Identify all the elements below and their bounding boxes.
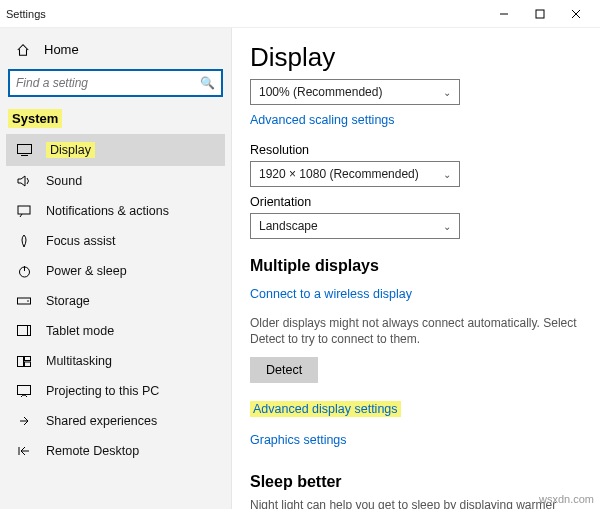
- connect-wireless-link[interactable]: Connect to a wireless display: [250, 287, 412, 301]
- resolution-label: Resolution: [250, 143, 582, 157]
- svg-rect-16: [18, 386, 31, 395]
- sidebar-item-focus[interactable]: Focus assist: [6, 226, 225, 256]
- home-icon: [16, 43, 30, 57]
- watermark: wsxdn.com: [539, 493, 594, 505]
- multiple-displays-desc: Older displays might not always connect …: [250, 315, 582, 347]
- search-input[interactable]: [16, 76, 200, 90]
- svg-rect-6: [18, 206, 30, 214]
- chevron-down-icon: ⌄: [443, 221, 451, 232]
- window-title: Settings: [6, 8, 46, 20]
- search-box[interactable]: 🔍: [8, 69, 223, 97]
- scale-value: 100% (Recommended): [259, 85, 382, 99]
- power-icon: [16, 265, 32, 278]
- sidebar-nav: Display Sound Notifications & actions Fo…: [6, 134, 225, 466]
- shared-icon: [16, 415, 32, 427]
- page-heading: Display: [250, 42, 582, 73]
- home-label: Home: [44, 42, 79, 57]
- sidebar-item-tablet[interactable]: Tablet mode: [6, 316, 225, 346]
- svg-rect-1: [536, 10, 544, 18]
- sidebar-label: Focus assist: [46, 234, 115, 248]
- sound-icon: [16, 175, 32, 187]
- sidebar-item-notifications[interactable]: Notifications & actions: [6, 196, 225, 226]
- focus-icon: [16, 234, 32, 248]
- remote-icon: [16, 445, 32, 457]
- sidebar-item-power[interactable]: Power & sleep: [6, 256, 225, 286]
- sleep-better-desc: Night light can help you get to sleep by…: [250, 497, 582, 509]
- search-icon: 🔍: [200, 76, 215, 90]
- sidebar-item-storage[interactable]: Storage: [6, 286, 225, 316]
- scale-dropdown[interactable]: 100% (Recommended) ⌄: [250, 79, 460, 105]
- sidebar-label: Projecting to this PC: [46, 384, 159, 398]
- sidebar-label: Multitasking: [46, 354, 112, 368]
- advanced-display-link[interactable]: Advanced display settings: [250, 401, 401, 417]
- content: Display 100% (Recommended) ⌄ Advanced sc…: [232, 28, 600, 509]
- maximize-button[interactable]: [522, 0, 558, 28]
- titlebar: Settings: [0, 0, 600, 28]
- sidebar-label: Notifications & actions: [46, 204, 169, 218]
- window-controls: [486, 0, 594, 28]
- tablet-icon: [16, 325, 32, 337]
- sidebar-item-remote[interactable]: Remote Desktop: [6, 436, 225, 466]
- chevron-down-icon: ⌄: [443, 87, 451, 98]
- category-label: System: [6, 107, 225, 134]
- svg-point-10: [27, 300, 29, 302]
- sidebar-label: Storage: [46, 294, 90, 308]
- sleep-better-heading: Sleep better: [250, 473, 582, 491]
- chevron-down-icon: ⌄: [443, 169, 451, 180]
- sidebar-item-display[interactable]: Display: [6, 134, 225, 166]
- sidebar-label: Display: [46, 142, 95, 158]
- orientation-label: Orientation: [250, 195, 582, 209]
- sidebar-item-multitask[interactable]: Multitasking: [6, 346, 225, 376]
- resolution-value: 1920 × 1080 (Recommended): [259, 167, 419, 181]
- storage-icon: [16, 296, 32, 306]
- detect-button[interactable]: Detect: [250, 357, 318, 383]
- sidebar-item-shared[interactable]: Shared experiences: [6, 406, 225, 436]
- svg-rect-13: [18, 356, 24, 366]
- sidebar-label: Tablet mode: [46, 324, 114, 338]
- notifications-icon: [16, 205, 32, 217]
- graphics-settings-link[interactable]: Graphics settings: [250, 433, 347, 447]
- sidebar: Home 🔍 System Display Sound Notification…: [0, 28, 232, 509]
- sidebar-item-projecting[interactable]: Projecting to this PC: [6, 376, 225, 406]
- svg-rect-4: [17, 145, 31, 154]
- sidebar-item-sound[interactable]: Sound: [6, 166, 225, 196]
- resolution-dropdown[interactable]: 1920 × 1080 (Recommended) ⌄: [250, 161, 460, 187]
- sidebar-label: Power & sleep: [46, 264, 127, 278]
- orientation-dropdown[interactable]: Landscape ⌄: [250, 213, 460, 239]
- display-icon: [16, 144, 32, 156]
- close-button[interactable]: [558, 0, 594, 28]
- svg-rect-11: [18, 326, 31, 336]
- orientation-value: Landscape: [259, 219, 318, 233]
- advanced-scaling-link[interactable]: Advanced scaling settings: [250, 113, 395, 127]
- svg-rect-15: [25, 362, 31, 367]
- sidebar-label: Remote Desktop: [46, 444, 139, 458]
- sidebar-label: Sound: [46, 174, 82, 188]
- projecting-icon: [16, 385, 32, 397]
- svg-rect-14: [25, 356, 31, 360]
- multiple-displays-heading: Multiple displays: [250, 257, 582, 275]
- minimize-button[interactable]: [486, 0, 522, 28]
- home-button[interactable]: Home: [6, 34, 225, 65]
- sidebar-label: Shared experiences: [46, 414, 157, 428]
- multitask-icon: [16, 356, 32, 367]
